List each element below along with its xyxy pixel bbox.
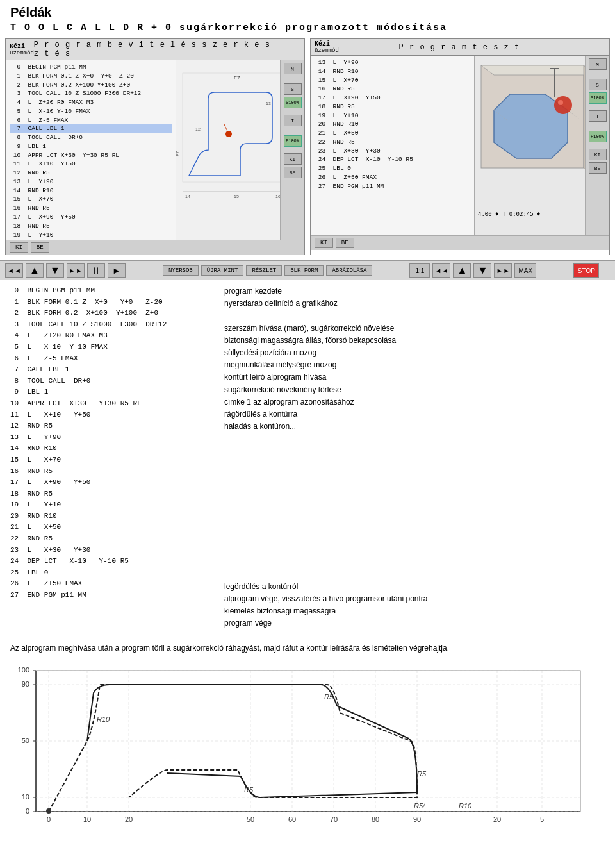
m-btn-right[interactable]: M (589, 58, 607, 70)
svg-point-61 (46, 808, 51, 814)
nav-down[interactable]: ▼ (46, 263, 64, 278)
f100-btn-right[interactable]: F100% (589, 131, 607, 142)
ki-footer-right[interactable]: KI (315, 238, 333, 248)
zoom-11[interactable]: 1:1 (409, 263, 430, 278)
left-code-line-20: 20 RND R10 (10, 239, 172, 240)
right-code-line-3: 16 RND R5 (315, 85, 470, 94)
max-btn[interactable]: MAX (514, 263, 536, 278)
left-panel-body: 0 BEGIN PGM p11 MM 1 BLK FORM 0.1 Z X+0 … (6, 60, 304, 240)
blkform-btn[interactable]: BLK FORM (284, 265, 324, 276)
ki-btn-left[interactable]: KI (284, 153, 302, 165)
stop-btn[interactable]: STOP (573, 263, 599, 278)
right-code-line-2: 15 L X+70 (315, 76, 470, 85)
page-title: Példák (0, 0, 615, 22)
svg-text:R5/: R5/ (414, 802, 425, 810)
nyersob-btn[interactable]: NYERSOB (163, 265, 199, 276)
left-mode-sub: üzemmód (10, 50, 34, 56)
s-btn-left[interactable]: S (284, 83, 302, 95)
right-code-line-11: 24 DEP LCT X-10 Y-10 R5 (315, 155, 470, 164)
program-line-5: 5 L X-10 Y-10 FMAX (10, 342, 209, 353)
left-code-line-12: 12 RND R5 (10, 169, 172, 178)
right-mode-sub: üzemmód (315, 47, 339, 54)
comment-8: sugárkorrekció növekmény törlése (224, 384, 605, 396)
m-btn[interactable]: M (284, 63, 302, 74)
svg-text:10: 10 (83, 815, 91, 823)
svg-text:F7: F7 (176, 151, 180, 156)
program-line-24: 24 DEP LCT X-10 Y-10 R5 (10, 556, 209, 567)
nav-skip-fwd[interactable]: ►► (67, 263, 85, 278)
program-line-2: 2 BLK FORM 0.2 X+100 Y+100 Z+0 (10, 308, 209, 319)
svg-text:13: 13 (266, 101, 271, 106)
ki-btn-right[interactable]: KI (589, 149, 607, 160)
svg-point-17 (554, 96, 572, 114)
be-footer-right[interactable]: BE (336, 238, 354, 248)
comment-10: rágördülés a kontúrra (224, 408, 605, 421)
rnav-skip-back[interactable]: ◄◄ (432, 263, 450, 278)
be-btn-right[interactable]: BE (589, 162, 607, 174)
comment-empty-23 (224, 568, 605, 580)
svg-text:50: 50 (22, 737, 29, 744)
right-side-controls: M S S100% T F100% KI BE (585, 56, 609, 235)
left-code-line-5: 5 L X-10 Y-10 FMAX (10, 107, 172, 116)
f100-btn-left[interactable]: F100% (284, 135, 302, 147)
ujrament-btn[interactable]: ÚJRA MINT (201, 265, 244, 276)
comment-column: program kezdetenyersdarab definíció a gr… (224, 285, 605, 630)
s100-btn-right[interactable]: S100% (589, 92, 607, 104)
svg-text:50: 50 (247, 815, 254, 823)
rnav-down[interactable]: ▼ (473, 263, 491, 278)
s100-btn-left[interactable]: S100% (284, 97, 302, 108)
nav-play[interactable]: ► (108, 263, 126, 278)
right-code-line-4: 17 L X+90 Y+50 (315, 94, 470, 103)
svg-text:90: 90 (413, 815, 421, 823)
left-code-line-4: 4 L Z+20 R0 FMAX M3 (10, 98, 172, 107)
right-code-line-0: 13 L Y+90 (315, 58, 470, 67)
program-line-22: 22 RND R5 (10, 533, 209, 545)
svg-text:5: 5 (540, 815, 544, 823)
chart-container: 0 10 50 90 100 0 10 20 50 60 70 80 (0, 659, 615, 841)
right-code-line-8: 21 L X+50 (315, 129, 470, 138)
reszlet-btn[interactable]: RÉSZLET (246, 265, 282, 276)
program-line-21: 21 L X+50 (10, 522, 209, 533)
right-code-line-10: 23 L X+30 Y+30 (315, 147, 470, 156)
program-line-19: 19 L Y+10 (10, 499, 209, 511)
svg-point-18 (558, 100, 563, 105)
program-line-11: 11 L X+10 Y+50 (10, 410, 209, 421)
program-line-6: 6 L Z-5 FMAX (10, 353, 209, 365)
right-panel-body: 13 L Y+90 14 RND R10 15 L X+70 16 RND R5… (311, 56, 609, 235)
svg-text:100: 100 (18, 666, 29, 674)
be-btn-left[interactable]: BE (284, 167, 302, 178)
left-code-line-18: 18 RND R5 (10, 222, 172, 231)
nav-up[interactable]: ▲ (26, 263, 44, 278)
right-mode-label: Kézi (315, 40, 339, 47)
nav-pause[interactable]: ⏸ (87, 263, 105, 278)
rnav-up[interactable]: ▲ (453, 263, 471, 278)
toolbar-row: ◄◄ ▲ ▼ ►► ⏸ ► NYERSOB ÚJRA MINT RÉSZLET … (0, 260, 615, 280)
svg-text:20: 20 (493, 815, 501, 823)
be-footer-left[interactable]: BE (31, 242, 49, 253)
left-panel-footer: KI BE (6, 240, 304, 255)
program-line-12: 12 RND R5 (10, 421, 209, 432)
svg-text:20: 20 (125, 815, 133, 823)
svg-text:12: 12 (195, 127, 201, 131)
comment-empty-16 (224, 482, 605, 494)
left-canvas: 14 15 16 F7 F7 12 13 M S S100% T (176, 60, 304, 240)
comment-empty-13 (224, 445, 605, 457)
program-line-9: 9 LBL 1 (10, 387, 209, 398)
abrazolas-btn[interactable]: ÁBRÁZOLÁSA (326, 265, 372, 276)
program-line-25: 25 LBL 0 (10, 567, 209, 579)
program-line-16: 16 RND R5 (10, 466, 209, 478)
left-panel-title: P r o g r a m b e v i t e l é s s z e r … (34, 40, 278, 58)
nav-skip-back[interactable]: ◄◄ (5, 263, 23, 278)
t-btn-right[interactable]: T (589, 110, 607, 122)
right-code-line-14: 27 END PGM p11 MM (315, 182, 470, 191)
svg-text:14: 14 (185, 194, 190, 199)
t-btn-left[interactable]: T (284, 115, 302, 126)
comment-empty-15 (224, 470, 605, 482)
footer-text: Az alprogram meghívása után a program tö… (0, 635, 615, 659)
ki-footer-left[interactable]: KI (10, 242, 28, 253)
svg-text:10: 10 (22, 793, 29, 801)
rnav-fwd[interactable]: ►► (494, 263, 512, 278)
comment-26: kiemelés biztonsági magasságra (224, 605, 605, 617)
left-code-line-9: 9 LBL 1 (10, 142, 172, 151)
s-btn-right[interactable]: S (589, 79, 607, 90)
